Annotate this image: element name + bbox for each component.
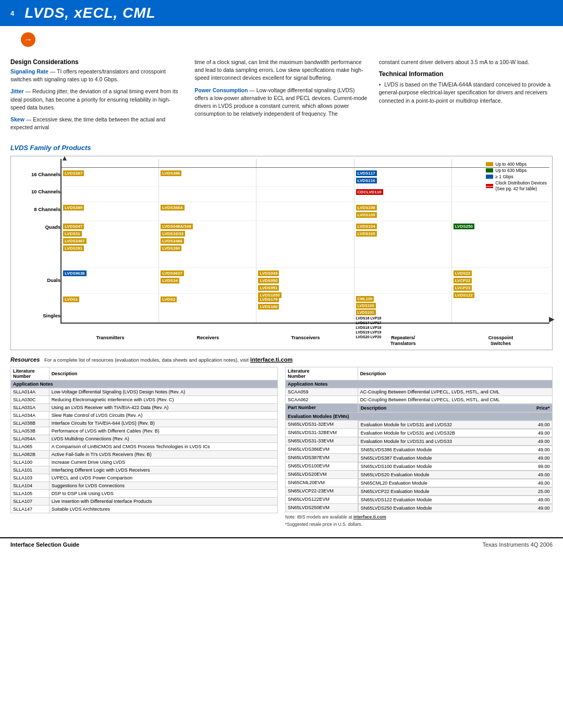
part-desc: SN65LVDS20 Evaluation Module49.00 — [358, 471, 553, 479]
lit-num: SLLA103 — [11, 474, 50, 482]
lit-num: SLLA038B — [11, 419, 50, 427]
part-num: SN65LVDS387EVM — [286, 454, 358, 462]
x-axis-labels: Transmitters Receivers Transceivers Repe… — [11, 335, 552, 350]
right-table-container: LiteratureNumber Description Application… — [285, 367, 553, 527]
col-headers-row — [62, 159, 549, 168]
note-link[interactable]: interface.ti.com — [353, 514, 386, 520]
right-table-header-description: Description — [358, 367, 552, 380]
y-axis-arrow: ▲ — [61, 154, 68, 162]
lit-num: SLLA107 — [11, 497, 50, 505]
chip-LVDS049: LVDS049 — [258, 270, 279, 276]
chip-LVDS117: LVDS117 — [356, 170, 377, 176]
page-footer: Interface Selection Guide Texas Instrume… — [0, 537, 563, 551]
part-desc: Evaluation Module for LVDS31 and LVDS32B… — [358, 429, 553, 437]
footer-right: Texas Instruments 4Q 2006 — [482, 541, 553, 548]
table-note2: *Suggested resale price in U.S. dollars. — [285, 522, 553, 527]
right-evm-label: Evaluation Modules (EVMs) — [286, 412, 553, 420]
lit-desc: DC-Coupling Between Differential LVPECL,… — [358, 396, 552, 403]
lit-num: SLLA030C — [11, 396, 50, 403]
chip-LVDS389: LVDS389 — [63, 205, 84, 211]
col2-text1: time of a clock signal, can limit the ma… — [194, 58, 368, 82]
resources-desc: For a complete list of resources (evalua… — [44, 357, 249, 363]
part-desc: SN65LVCP22 Evaluation Module25.00 — [358, 487, 553, 496]
chip-LVDS180: LVDS180 — [258, 304, 279, 310]
resources-title: Resources — [10, 356, 40, 363]
col3-text1: constant current driver delivers about 3… — [379, 58, 553, 66]
right-partnum-label: Part Number — [286, 403, 358, 412]
cell-trx-duals: LVDS049 LVDS050 LVDS951 LVDS1050 — [256, 268, 354, 294]
cell-rep-10ch: CDCLVD110 — [354, 187, 452, 202]
lit-desc: LVDS Multidrop Connections (Rev. A) — [49, 435, 277, 442]
chip-LVDS31: LVDS31 — [63, 231, 82, 237]
right-evm-header: Evaluation Modules (EVMs) — [286, 412, 553, 420]
part-num: SN65LVDS31-33EVM — [286, 437, 358, 446]
lit-num: SLLA031A — [11, 403, 50, 411]
tables-row: LiteratureNumber Description Application… — [10, 367, 553, 527]
chip-LVDS047: LVDS047 — [63, 224, 84, 229]
footer-left: Interface Selection Guide — [10, 541, 79, 548]
lit-desc: A Comparison of LinBiCMOS and CMOS Proce… — [49, 442, 277, 450]
left-table: LiteratureNumber Description Application… — [10, 367, 278, 513]
lit-desc: Suggestions for LVDS Connections — [49, 482, 277, 489]
left-table-header-description: Description — [49, 367, 277, 380]
chip-LVDS19LVP19: LVDS19 LVP19 — [356, 330, 382, 334]
col-head-transceivers — [256, 159, 354, 167]
cell-trx-singles: LVDS179 LVDS180 — [256, 294, 354, 323]
x-label-crosspoint: CrosspointSwitches — [452, 335, 549, 347]
chip-LVDS386: LVDS386 — [161, 170, 181, 176]
y-label-quads: Quads — [14, 223, 60, 231]
table-row: SN65CML20EVMSN65CML20 Evaluation Module4… — [286, 479, 553, 487]
y-label-16ch: 16 Channels — [14, 170, 60, 178]
cell-rep-quads: LVDS104 LVDS105 — [354, 221, 452, 268]
y-label-empty3 — [14, 294, 60, 302]
y-label-empty2 — [14, 258, 60, 266]
tech-bullet: • LVDS is based on the TIA/EIA-644A stan… — [379, 81, 553, 105]
chip-LVCP23: LVCP23 — [454, 285, 472, 291]
resources-link[interactable]: interface.ti.com — [250, 356, 292, 363]
part-desc: SN65CML20 Evaluation Module49.00 — [358, 479, 553, 487]
table-row: SLLA082BActive Fail-Safe in TI's LVDS Re… — [11, 450, 278, 458]
part-desc: Evaluation Module for LVDS31 and LVDS334… — [358, 437, 553, 446]
intro-columns: Design Considerations Signaling Rate — T… — [10, 58, 553, 136]
chip-LVDS048A: LVDS048A/348 — [161, 224, 192, 229]
table-row: SCAA062DC-Coupling Between Differential … — [286, 396, 553, 403]
skew-text: — Excessive skew, the time delta between… — [10, 116, 165, 130]
table-row: SN65LVCP22-23EVMSN65LVCP22 Evaluation Mo… — [286, 487, 553, 496]
cell-tx-8ch: LVDS389 — [62, 202, 159, 221]
part-desc: SN65LVDS250 Evaluation Module49.00 — [358, 504, 553, 512]
lvds-family-title: LVDS Family of Products — [10, 144, 553, 152]
table-row: SLLA053BPerformance of LVDS with Differe… — [11, 427, 278, 435]
chip-LVDS390: LVDS390 — [161, 245, 181, 251]
table-row: SN65LVDS122EVMSN65LVDS122 Evaluation Mod… — [286, 496, 553, 504]
table-row: SLLA107Live Insertion with Differential … — [11, 497, 278, 505]
jitter-term: Jitter — [10, 88, 24, 94]
lit-desc: Interfacing Different Logic with LVDS Re… — [49, 466, 277, 474]
table-row: SLLA065A Comparison of LinBiCMOS and CMO… — [11, 442, 278, 450]
lvds-family-chart: Up to 400 Mbps Up to 630 Mbps ≥ 1 Gbps C… — [10, 156, 553, 350]
cell-tx-singles: LVDS1 — [62, 294, 159, 323]
lit-num: SLLA105 — [11, 489, 50, 497]
cell-cp-16ch — [452, 168, 549, 187]
left-table-header-number: LiteratureNumber — [11, 367, 50, 380]
page-title: LVDS, xECL, CML — [25, 5, 155, 21]
skew-para: Skew — Excessive skew, the time delta be… — [10, 116, 184, 131]
cell-tx-quads: LVDS047 LVDS31 LVDS3467 LVDS391 — [62, 221, 159, 268]
table-row: SN65LVDS31-32BEVMEvaluation Module for L… — [286, 429, 553, 437]
lit-num: SLLA054A — [11, 435, 50, 442]
chart-body: LVDS387 LVDS386 LVDS117 LVDS116 — [60, 159, 549, 324]
chip-LVDS3233: LVDS32/33 — [161, 231, 185, 237]
chip-LVDS388A: LVDS388A — [161, 205, 185, 211]
cell-rx-quads: LVDS048A/348 LVDS32/33 LVDS3486 LVDS390 — [159, 221, 256, 268]
tech-info-heading: Technical Information — [379, 70, 553, 78]
data-grid: LVDS387 LVDS386 LVDS117 LVDS116 — [62, 168, 549, 323]
table-row: SN65LVDS387EVMSN65LVDS387 Evaluation Mod… — [286, 454, 553, 462]
lit-num: SCAA062 — [286, 396, 358, 403]
cell-rx-duals: LVDS9637 LVDS34 — [159, 268, 256, 294]
lit-desc: Increase Current Drive Using LVDS — [49, 458, 277, 466]
jitter-para: Jitter — Reducing jitter, the deviation … — [10, 88, 184, 112]
lit-desc: Reducing Electromagnetic Interference wi… — [49, 396, 277, 403]
chip-LVDS250: LVDS250 — [454, 224, 474, 229]
chip-LVDS18LVP18: LVDS18 LVP18 — [356, 326, 382, 329]
table-row: SLLA105DSP to DSP Link Using LVDS — [11, 489, 278, 497]
cell-rx-10ch — [159, 187, 256, 202]
